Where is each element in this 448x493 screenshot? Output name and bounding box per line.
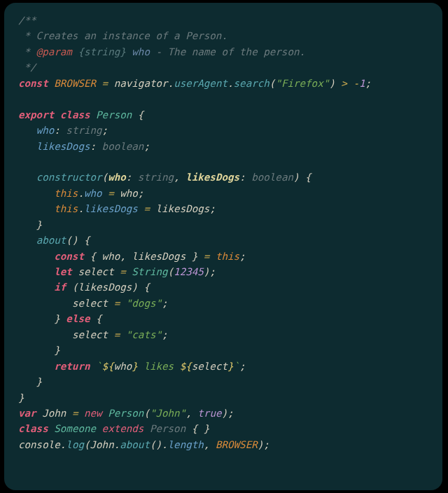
token-prop: length <box>168 439 204 450</box>
token-punct: . <box>78 188 84 199</box>
token-punct: ; <box>102 125 108 136</box>
token-punct <box>18 282 54 293</box>
token-punct: () { <box>66 235 90 246</box>
token-builtin: String <box>132 266 167 277</box>
token-keyword: class <box>60 109 90 120</box>
token-punct: , <box>204 439 216 450</box>
token-operator: > <box>341 78 347 89</box>
token-classname: Someone <box>54 423 96 434</box>
token-punct: . <box>78 203 84 214</box>
token-keyword: export <box>18 109 54 120</box>
token-punct <box>18 361 54 372</box>
token-punct: { } <box>186 423 209 434</box>
token-ident: John <box>90 439 114 450</box>
token-punct: ; <box>209 203 216 214</box>
code-block: /** * Creates an instance of a Person. *… <box>18 13 430 452</box>
token-punct <box>144 423 150 434</box>
token-keyword: if <box>54 282 66 293</box>
token-ident: John <box>42 408 66 419</box>
token-comment: */ <box>18 62 36 73</box>
token-constname: BROWSER <box>54 78 96 89</box>
token-operator: = <box>108 188 114 199</box>
code-line: this.likesDogs = likesDogs; <box>18 203 216 214</box>
token-this: this <box>216 251 239 262</box>
token-punct: ; <box>144 141 150 152</box>
code-line: * @param {string} who - The name of the … <box>18 46 305 57</box>
token-paramname: likesDogs <box>186 172 239 183</box>
code-line: select = "dogs"; <box>18 298 168 309</box>
token-punct <box>102 408 108 419</box>
token-keyword: var <box>18 408 36 419</box>
token-punct: } <box>18 392 24 403</box>
code-line: export class Person { <box>18 109 144 120</box>
token-paramname: who <box>108 172 126 183</box>
token-punct <box>108 298 114 309</box>
token-punct <box>209 251 216 262</box>
token-comment: * Creates an instance of a Person. <box>18 30 227 41</box>
token-ident: likesDogs <box>155 203 209 214</box>
code-line: } <box>18 392 24 403</box>
token-methodcall: search <box>234 78 270 89</box>
token-punct: ( <box>66 282 78 293</box>
token-comment: - The name of the person. <box>150 46 305 57</box>
code-panel: /** * Creates an instance of a Person. *… <box>4 3 442 490</box>
token-punct: ; <box>365 78 372 89</box>
token-keyword: class <box>18 423 48 434</box>
token-ident: select <box>72 329 108 340</box>
token-keyword: let <box>54 266 72 277</box>
token-punct: ); <box>204 266 216 277</box>
token-interp: } <box>132 361 138 372</box>
token-punct: ; <box>138 188 144 199</box>
token-punct <box>18 298 72 309</box>
token-punct <box>120 298 126 309</box>
token-punct: ; <box>239 251 246 262</box>
token-prop: likesDogs <box>84 203 138 214</box>
token-string: "John" <box>150 408 186 419</box>
token-number: 1 <box>359 78 365 89</box>
code-line: } <box>18 219 42 230</box>
token-keyword: const <box>18 78 48 89</box>
token-interp: ${ <box>180 361 192 372</box>
token-string: "Firefox" <box>275 78 329 89</box>
token-comment: * <box>18 46 36 57</box>
token-punct <box>36 408 43 419</box>
code-line: var John = new Person("John", true); <box>18 408 234 419</box>
token-punct <box>66 408 72 419</box>
token-punct <box>96 78 102 89</box>
token-punct: : <box>54 125 66 136</box>
token-punct: { <box>90 313 102 324</box>
token-funcname: constructor <box>36 172 102 183</box>
token-keyword: else <box>66 313 90 324</box>
token-punct: } <box>18 376 42 387</box>
token-operator: - <box>353 78 359 89</box>
token-punct: ; <box>162 329 168 340</box>
token-string: "dogs" <box>126 298 162 309</box>
token-punct: } <box>18 219 42 230</box>
code-line: select = "cats"; <box>18 329 168 340</box>
token-punct <box>18 266 54 277</box>
token-keyword: return <box>54 361 90 372</box>
code-line: const { who, likesDogs } = this; <box>18 251 246 262</box>
token-punct: } <box>18 345 60 356</box>
token-ident: who <box>114 361 132 372</box>
token-ident: select <box>192 361 227 372</box>
token-interp: ${ <box>102 361 114 372</box>
token-methodcall: userAgent <box>174 78 227 89</box>
token-template: ` <box>96 361 102 372</box>
token-docparam: who <box>132 46 150 57</box>
token-keyword: const <box>54 251 84 262</box>
token-prop: likesDogs <box>36 141 90 152</box>
token-punct <box>114 266 120 277</box>
code-line: if (likesDogs) { <box>18 282 150 293</box>
token-punct <box>90 361 97 372</box>
code-line: who: string; <box>18 125 108 136</box>
token-punct: ); <box>221 408 233 419</box>
token-punct <box>96 423 102 434</box>
token-punct <box>18 188 54 199</box>
token-type: boolean <box>251 172 293 183</box>
token-operator: = <box>120 266 126 277</box>
token-operator: = <box>144 203 150 214</box>
token-this: this <box>54 203 78 214</box>
token-ident: select <box>72 298 108 309</box>
token-keyword2: new <box>84 408 102 419</box>
